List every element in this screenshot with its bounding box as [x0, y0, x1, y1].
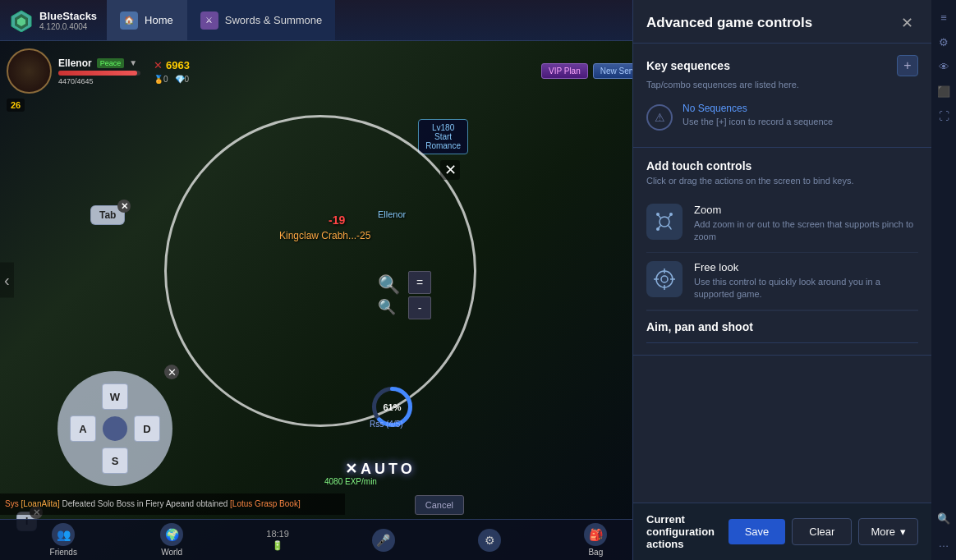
gold-resources: ✕ 6963 🏅0 💎0: [154, 59, 190, 84]
tab-key-close[interactable]: ✕: [117, 200, 131, 213]
ellenor-label: Ellenor: [378, 209, 406, 219]
zoom-icons: 🔍 🔍: [378, 274, 400, 316]
top-bar: BlueStacks 4.120.0.4004 🏠 Home ⚔ Swords …: [0, 0, 657, 41]
add-touch-title: Add touch controls: [646, 159, 918, 172]
more-chevron-icon: ▾: [900, 526, 906, 538]
key-s[interactable]: S: [102, 448, 128, 474]
start-romance[interactable]: Lv180StartRomance: [418, 119, 468, 154]
panel-title: Advanced game controls: [646, 15, 812, 31]
tab-key-label: Tab: [99, 209, 116, 221]
zoom-controls: 🔍 🔍 = -: [378, 271, 431, 319]
sidebar-search-icon[interactable]: 🔍: [933, 507, 954, 529]
start-romance-text: Lv180StartRomance: [425, 123, 461, 150]
key-d[interactable]: D: [134, 415, 160, 442]
app-version: 4.120.0.4004: [39, 22, 97, 31]
no-sequences-desc: Use the [+] icon to record a sequence: [683, 116, 833, 128]
sidebar-screen-icon[interactable]: ⬛: [933, 80, 954, 102]
bluestacks-icon: [10, 9, 33, 32]
friends-button[interactable]: 👥 Friends: [50, 523, 77, 557]
panel-header: Advanced game controls ✕: [633, 0, 931, 44]
key-a[interactable]: A: [70, 415, 96, 442]
settings-button[interactable]: ⚙: [478, 529, 501, 552]
no-sequences-title: No Sequences: [683, 103, 833, 114]
free-look-control-text: Free look Use this control to quickly lo…: [694, 261, 918, 301]
chat-player-name: [LoanAlita]: [21, 499, 59, 508]
game-tab-label: Swords & Summone: [225, 14, 323, 26]
player-info: Ellenor Peace ▼ 4470/4645: [58, 57, 140, 85]
friends-icon: 👥: [52, 523, 75, 546]
bottom-bar: 👥 Friends 🌍 World 18:19 🔋 🎤 ⚙ 🎒 Bag: [0, 519, 657, 560]
no-sequences-text: No Sequences Use the [+] icon to record …: [683, 103, 833, 128]
panel-close-button[interactable]: ✕: [895, 11, 918, 34]
cancel-button[interactable]: Cancel: [415, 495, 464, 515]
key-w[interactable]: W: [102, 383, 128, 410]
sidebar-menu-icon[interactable]: ≡: [933, 7, 954, 28]
peace-badge: Peace: [97, 58, 125, 68]
resource-row: 🏅0 💎0: [154, 75, 190, 84]
chat-item: [Lotus Grasp Book]: [230, 499, 301, 508]
app-name: BlueStacks: [39, 10, 97, 22]
svg-point-8: [669, 213, 673, 216]
sidebar-settings-icon[interactable]: ⚙: [933, 31, 954, 53]
battery-icon: 🔋: [272, 540, 283, 551]
rss-text: Rss (4/5): [370, 420, 403, 429]
bag-button[interactable]: 🎒 Bag: [584, 523, 607, 557]
sidebar-dots-icon[interactable]: …: [933, 532, 954, 553]
free-look-desc: Use this control to quickly look around …: [694, 276, 918, 301]
zoom-control-icon-wrap: [646, 204, 683, 240]
section-header: Key sequences +: [646, 55, 918, 76]
close-circle-button[interactable]: ✕: [440, 160, 460, 180]
world-button[interactable]: 🌍 World: [160, 523, 183, 557]
bag-icon: 🎒: [584, 523, 607, 546]
tab-key-control[interactable]: Tab ✕: [90, 205, 125, 225]
free-look-icon: [652, 267, 677, 291]
enemy-name: Kingclaw Crabh...-25: [279, 230, 370, 241]
more-button[interactable]: More ▾: [858, 518, 918, 545]
player-level: 26: [11, 100, 21, 110]
wasd-control: ✕ W A S D: [57, 371, 172, 486]
tab-game[interactable]: ⚔ Swords & Summone: [186, 0, 336, 40]
add-touch-subtitle: Click or drag the actions on the screen …: [646, 176, 918, 186]
free-look-icon-wrap: [646, 261, 683, 297]
chat-overlay: Sys [LoanAlita] Defeated Solo Boss in Fi…: [0, 493, 345, 515]
svg-point-6: [660, 217, 669, 227]
hp-text: 4470/4645: [58, 77, 140, 85]
zoom-control-item[interactable]: Zoom Add zoom in or out to the screen th…: [646, 195, 918, 253]
vip-button[interactable]: VIP Plan: [541, 63, 588, 79]
svg-point-11: [661, 276, 668, 282]
tab-home[interactable]: 🏠 Home: [107, 0, 186, 40]
advanced-controls-panel: Advanced game controls ✕ Key sequences +…: [632, 0, 931, 560]
zoom-minus-button[interactable]: -: [408, 296, 431, 319]
zoom-control-name: Zoom: [694, 204, 918, 216]
save-button[interactable]: Save: [728, 519, 786, 544]
bag-label: Bag: [588, 548, 603, 557]
chat-text: Defeated Solo Boss in Fiery Apeand obtai…: [62, 499, 231, 508]
settings-icon: ⚙: [478, 529, 501, 552]
svg-point-9: [656, 227, 660, 231]
svg-point-7: [656, 213, 660, 216]
no-sequences-row: ⚠ No Sequences Use the [+] icon to recor…: [646, 98, 918, 135]
scroll-left-button[interactable]: ‹: [0, 263, 14, 298]
footer-buttons: Save Clear More ▾: [728, 518, 918, 545]
right-sidebar: ≡ ⚙ 👁 ⬛ ⛶ 🔍 …: [931, 0, 956, 560]
chat-sys-prefix: Sys: [5, 499, 21, 508]
pinch-zoom-icon: [652, 209, 677, 234]
zoom-plus-button[interactable]: =: [408, 271, 431, 294]
zoom-buttons: = -: [408, 271, 431, 319]
game-tab-icon: ⚔: [200, 11, 218, 30]
world-label: World: [161, 548, 182, 557]
auto-button[interactable]: ✕AUTO: [345, 460, 416, 478]
mic-button[interactable]: 🎤: [372, 529, 395, 552]
clear-button[interactable]: Clear: [792, 518, 852, 545]
aim-section[interactable]: Aim, pan and shoot: [646, 310, 918, 343]
home-tab-label: Home: [145, 14, 173, 26]
free-look-control-item[interactable]: Free look Use this control to quickly lo…: [646, 253, 918, 310]
sidebar-expand-icon[interactable]: ⛶: [933, 105, 954, 126]
friends-label: Friends: [50, 548, 77, 557]
clock: 18:19: [266, 529, 289, 539]
sidebar-eye-icon[interactable]: 👁: [933, 56, 954, 77]
wasd-close-button[interactable]: ✕: [164, 365, 179, 379]
exp-text: 4080 EXP/min: [324, 477, 377, 486]
add-sequence-button[interactable]: +: [897, 55, 918, 76]
player-hud: Ellenor Peace ▼ 4470/4645 ✕ 6963 🏅0 💎0 V…: [0, 45, 657, 97]
